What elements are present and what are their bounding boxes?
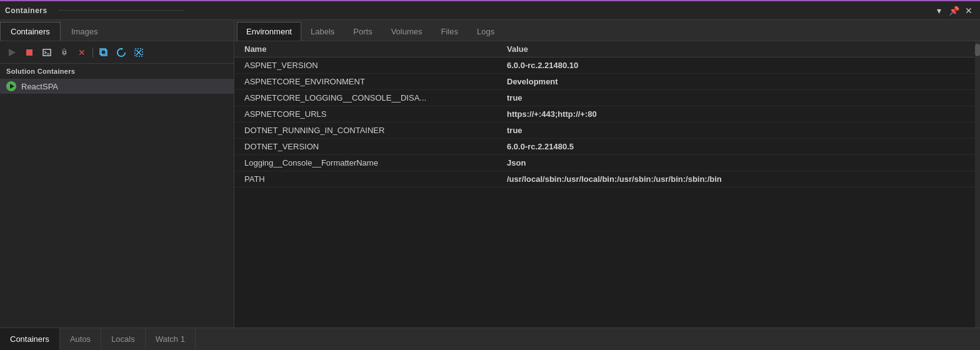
tab-logs[interactable]: Logs bbox=[468, 22, 504, 41]
env-name: ASPNETCORE_ENVIRONMENT bbox=[244, 77, 507, 86]
main-area: Containers Images bbox=[0, 20, 980, 328]
container-item-reactspa[interactable]: ReactSPA bbox=[0, 79, 234, 94]
bottom-tab-containers[interactable]: Containers bbox=[0, 328, 60, 351]
env-name: ASPNET_VERSION bbox=[244, 61, 507, 70]
env-value: 6.0.0-rc.2.21480.10 bbox=[507, 61, 965, 70]
title-bar: Containers ▾ 📌 ✕ bbox=[0, 1, 980, 20]
bottom-tab-bar: Containers Autos Locals Watch 1 bbox=[0, 328, 980, 350]
table-row[interactable]: DOTNET_RUNNING_IN_CONTAINER true bbox=[234, 122, 975, 139]
play-icon bbox=[8, 48, 16, 57]
scrollbar-thumb[interactable] bbox=[975, 44, 980, 56]
left-tab-row: Containers Images bbox=[0, 20, 234, 41]
bottom-tab-locals[interactable]: Locals bbox=[101, 328, 146, 351]
table-row[interactable]: ASPNETCORE_LOGGING__CONSOLE__DISA... tru… bbox=[234, 90, 975, 106]
svg-marker-0 bbox=[9, 49, 16, 56]
title-dots bbox=[59, 10, 184, 11]
settings-button[interactable] bbox=[56, 44, 72, 61]
right-tab-row: Environment Labels Ports Volumes Files L… bbox=[234, 20, 980, 41]
table-row[interactable]: ASPNETCORE_ENVIRONMENT Development bbox=[234, 74, 975, 90]
refresh-button[interactable] bbox=[113, 44, 129, 61]
prune-icon bbox=[134, 48, 143, 57]
table-row[interactable]: Logging__Console__FormatterName Json bbox=[234, 155, 975, 171]
gear-icon bbox=[60, 48, 69, 57]
refresh-icon bbox=[117, 48, 126, 57]
delete-icon: ✕ bbox=[78, 48, 86, 58]
env-name: PATH bbox=[244, 174, 507, 184]
stop-button[interactable] bbox=[21, 44, 38, 61]
tab-environment[interactable]: Environment bbox=[237, 22, 301, 41]
copy-icon bbox=[99, 48, 108, 57]
tab-images[interactable]: Images bbox=[61, 22, 109, 41]
col-name-header: Name bbox=[244, 44, 507, 54]
solution-header: Solution Containers bbox=[0, 64, 234, 79]
container-name: ReactSPA bbox=[21, 82, 58, 91]
delete-button[interactable]: ✕ bbox=[74, 44, 90, 61]
toolbar-separator-1 bbox=[92, 48, 93, 58]
copy-button[interactable] bbox=[96, 44, 112, 61]
panel-title: Containers bbox=[5, 6, 48, 15]
tab-labels[interactable]: Labels bbox=[301, 22, 344, 41]
start-button[interactable] bbox=[4, 44, 20, 61]
env-name: Logging__Console__FormatterName bbox=[244, 158, 507, 168]
table-row[interactable]: PATH /usr/local/sbin:/usr/local/bin:/usr… bbox=[234, 171, 975, 188]
table-row[interactable]: DOTNET_VERSION 6.0.0-rc.2.21480.5 bbox=[234, 139, 975, 155]
env-name: DOTNET_VERSION bbox=[244, 142, 507, 151]
table-row[interactable]: ASPNETCORE_URLS https://+:443;http://+:8… bbox=[234, 106, 975, 122]
env-value: Development bbox=[507, 77, 965, 86]
pin-button[interactable]: 📌 bbox=[948, 4, 960, 17]
svg-rect-1 bbox=[26, 49, 32, 56]
tab-volumes[interactable]: Volumes bbox=[382, 22, 432, 41]
left-panel: Containers Images bbox=[0, 20, 234, 328]
running-status-icon bbox=[6, 81, 16, 91]
terminal-icon bbox=[42, 49, 51, 56]
title-bar-right: ▾ 📌 ✕ bbox=[932, 4, 975, 17]
right-panel: Environment Labels Ports Volumes Files L… bbox=[234, 20, 980, 328]
toolbar: ✕ bbox=[0, 41, 234, 64]
env-value: https://+:443;http://+:80 bbox=[507, 109, 965, 119]
stop-icon bbox=[26, 49, 33, 56]
tab-ports[interactable]: Ports bbox=[344, 22, 381, 41]
env-name: DOTNET_RUNNING_IN_CONTAINER bbox=[244, 126, 507, 135]
col-value-header: Value bbox=[507, 44, 965, 54]
title-bar-left: Containers bbox=[5, 6, 190, 15]
env-value: true bbox=[507, 126, 965, 135]
env-value: Json bbox=[507, 158, 965, 168]
env-value: 6.0.0-rc.2.21480.5 bbox=[507, 142, 965, 151]
tab-containers[interactable]: Containers bbox=[0, 22, 61, 41]
bottom-tab-autos[interactable]: Autos bbox=[60, 328, 101, 351]
prune-button[interactable] bbox=[131, 44, 147, 61]
bottom-tab-watch1[interactable]: Watch 1 bbox=[146, 328, 196, 351]
table-row[interactable]: ASPNET_VERSION 6.0.0-rc.2.21480.10 bbox=[234, 58, 975, 74]
panel-container: Containers ▾ 📌 ✕ Containers Images bbox=[0, 0, 980, 350]
env-table-header: Name Value bbox=[234, 41, 975, 58]
env-value: true bbox=[507, 93, 965, 102]
env-name: ASPNETCORE_LOGGING__CONSOLE__DISA... bbox=[244, 93, 507, 102]
right-panel-inner: Name Value ASPNET_VERSION 6.0.0-rc.2.214… bbox=[234, 41, 980, 328]
terminal-button[interactable] bbox=[39, 44, 55, 61]
dropdown-button[interactable]: ▾ bbox=[932, 4, 945, 17]
env-table: Name Value ASPNET_VERSION 6.0.0-rc.2.214… bbox=[234, 41, 975, 328]
tab-files[interactable]: Files bbox=[432, 22, 468, 41]
env-name: ASPNETCORE_URLS bbox=[244, 109, 507, 119]
close-button[interactable]: ✕ bbox=[962, 4, 975, 17]
scrollbar-track[interactable] bbox=[975, 41, 980, 328]
env-value: /usr/local/sbin:/usr/local/bin:/usr/sbin… bbox=[507, 174, 965, 184]
